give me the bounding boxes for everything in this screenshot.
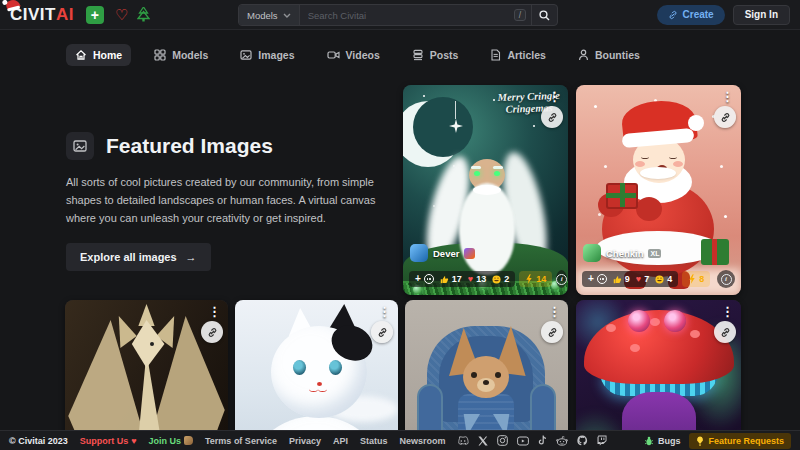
copyright-text: © Civitai 2023	[9, 436, 68, 446]
card-menu-button[interactable]: ⋮	[208, 304, 221, 319]
civitai-homepage: CIVIT AI + ♡ Models /	[0, 0, 800, 450]
support-heart-button[interactable]: ♡	[115, 7, 128, 22]
create-button[interactable]: Create	[657, 5, 725, 25]
footer-right-actions: Bugs Feature Requests	[644, 433, 791, 449]
card-copy-link-button[interactable]	[371, 321, 393, 343]
tab-articles[interactable]: Articles	[481, 44, 555, 66]
card-user-row[interactable]: Chenkin XL	[583, 244, 661, 262]
heart-icon: ♥	[468, 274, 473, 284]
chihuahua-image	[405, 300, 568, 450]
footer-link-api[interactable]: API	[333, 436, 348, 446]
footer-link-privacy[interactable]: Privacy	[289, 436, 321, 446]
tab-home[interactable]: Home	[66, 44, 131, 66]
zap-reaction[interactable]: 14	[519, 271, 552, 287]
gift-box-shape	[701, 239, 729, 265]
tab-images[interactable]: Images	[231, 44, 303, 66]
card-copy-link-button[interactable]	[541, 321, 563, 343]
main-navigation: Home Models Images Videos	[66, 44, 649, 66]
laugh-reaction[interactable]: 2	[492, 274, 509, 284]
image-card-mushroom-skull[interactable]: ⋮	[576, 300, 741, 450]
sign-in-button[interactable]: Sign In	[733, 5, 790, 25]
christmas-tree-icon	[137, 7, 150, 22]
username: Dever	[433, 248, 459, 259]
gift-box-shape	[606, 183, 638, 209]
reaction-chip-group[interactable]: + 17 ♥ 13	[409, 271, 515, 287]
image-icon	[240, 49, 252, 61]
bugs-button[interactable]: Bugs	[644, 436, 681, 446]
link-icon	[207, 327, 218, 338]
featured-images-section: Featured Images All sorts of cool pictur…	[66, 132, 392, 271]
discord-icon[interactable]	[457, 436, 469, 446]
chevron-down-icon	[283, 13, 291, 18]
bounty-person-icon	[578, 49, 589, 61]
info-icon: i	[721, 274, 732, 285]
like-reaction[interactable]: 9	[613, 274, 630, 284]
tiktok-icon[interactable]	[538, 435, 547, 446]
reaction-chip-group[interactable]: + 9 ♥ 7	[582, 271, 678, 287]
link-icon	[720, 327, 731, 338]
card-copy-link-button[interactable]	[714, 106, 736, 128]
image-card-origami-dragon[interactable]: ⋮	[65, 300, 228, 450]
card-menu-button[interactable]: ⋮	[721, 304, 734, 319]
reddit-icon[interactable]	[556, 436, 568, 446]
tab-videos[interactable]: Videos	[318, 44, 389, 66]
youtube-icon[interactable]	[517, 436, 529, 446]
feature-requests-button[interactable]: Feature Requests	[689, 433, 791, 449]
user-badge-xl: XL	[648, 249, 661, 258]
footer-link-newsroom[interactable]: Newsroom	[399, 436, 445, 446]
tab-bounties[interactable]: Bounties	[569, 44, 649, 66]
laugh-reaction[interactable]: 4	[655, 274, 672, 284]
card-menu-button[interactable]: ⋮	[548, 89, 561, 104]
tab-posts[interactable]: Posts	[403, 44, 468, 66]
heart-reaction[interactable]: ♥ 7	[636, 274, 649, 284]
image-card-wizard[interactable]: Merry Cringle Cringemas ⋮ Dever +	[403, 85, 568, 295]
footer-link-join-us[interactable]: Join Us	[149, 436, 194, 446]
footer-link-terms[interactable]: Terms of Service	[205, 436, 277, 446]
card-menu-button[interactable]: ⋮	[548, 304, 561, 319]
explore-all-images-button[interactable]: Explore all images →	[66, 243, 211, 271]
footer-bar: © Civitai 2023 Support Us ♥ Join Us Term…	[0, 430, 800, 450]
civitai-logo[interactable]: CIVIT AI	[10, 5, 74, 25]
twitch-icon[interactable]	[597, 435, 607, 446]
footer-link-status[interactable]: Status	[360, 436, 388, 446]
instagram-icon[interactable]	[497, 435, 508, 446]
like-reaction[interactable]: 17	[440, 274, 462, 284]
image-card-cat-snowman[interactable]: ⋮	[235, 300, 398, 450]
search-input[interactable]	[300, 5, 514, 25]
card-copy-link-button[interactable]	[714, 321, 736, 343]
card-copy-link-button[interactable]	[541, 106, 563, 128]
link-icon	[547, 112, 558, 123]
tab-bounties-label: Bounties	[595, 49, 640, 61]
featured-images-iconbox	[66, 132, 94, 160]
add-reaction-button[interactable]: +	[415, 274, 434, 284]
explore-button-label: Explore all images	[80, 251, 177, 263]
upload-plus-button[interactable]: +	[86, 6, 104, 24]
posts-stack-icon	[412, 49, 424, 61]
card-copy-link-button[interactable]	[201, 321, 223, 343]
github-icon[interactable]	[577, 435, 588, 446]
image-card-santa[interactable]: ⋮ Chenkin XL + 9	[576, 85, 741, 295]
join-us-emoji-icon	[184, 436, 193, 445]
tab-models[interactable]: Models	[145, 44, 217, 66]
holiday-tree-button[interactable]	[137, 7, 150, 22]
arrow-right-icon: →	[186, 251, 197, 263]
zap-reaction[interactable]: 8	[682, 271, 710, 287]
card-menu-button[interactable]: ⋮	[721, 89, 734, 104]
tab-articles-label: Articles	[507, 49, 546, 61]
mushroom-skull-image	[576, 300, 741, 450]
home-icon	[75, 49, 87, 61]
search-category-dropdown[interactable]: Models	[239, 5, 300, 25]
heart-icon: ♥	[636, 274, 641, 284]
image-card-chihuahua[interactable]: ⋮	[405, 300, 568, 450]
card-user-row[interactable]: Dever	[410, 244, 475, 262]
link-icon	[720, 112, 731, 123]
x-twitter-icon[interactable]	[478, 436, 488, 446]
username: Chenkin	[606, 248, 643, 259]
card-info-button[interactable]: i	[717, 270, 735, 288]
search-button[interactable]	[531, 5, 557, 25]
add-reaction-button[interactable]: +	[588, 274, 607, 284]
card-menu-button[interactable]: ⋮	[378, 304, 391, 319]
avatar	[583, 244, 601, 262]
heart-reaction[interactable]: ♥ 13	[468, 274, 486, 284]
footer-link-support-us[interactable]: Support Us ♥	[80, 436, 137, 446]
